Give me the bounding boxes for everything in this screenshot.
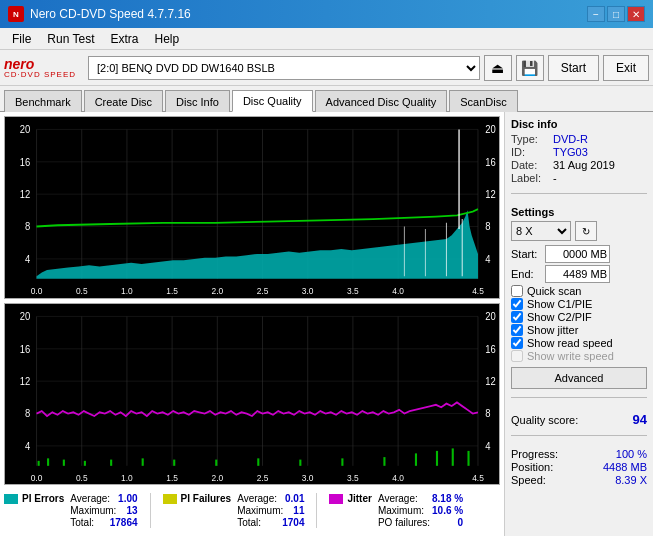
divider-2 <box>511 397 647 398</box>
end-input[interactable] <box>545 265 610 283</box>
menu-help[interactable]: Help <box>147 30 188 48</box>
jitter-avg-label: Average: <box>378 493 418 504</box>
start-row: Start: <box>511 245 647 263</box>
minimize-button[interactable]: − <box>587 6 605 22</box>
svg-text:1.0: 1.0 <box>121 285 133 296</box>
save-button[interactable]: 💾 <box>516 55 544 81</box>
jitter-max-label: Maximum: <box>378 505 424 516</box>
svg-text:4.0: 4.0 <box>392 285 404 296</box>
menu-run-test[interactable]: Run Test <box>39 30 102 48</box>
svg-text:12: 12 <box>20 375 31 387</box>
close-button[interactable]: ✕ <box>627 6 645 22</box>
settings-section: Settings 8 X Max 2 X 4 X 6 X 12 X 16 X ↻… <box>511 206 647 389</box>
stat-pi-errors: PI Errors Average: 1.00 Maximum: 13 Tota… <box>4 493 138 528</box>
svg-rect-80 <box>84 460 86 465</box>
pi-errors-total-label: Total: <box>70 517 94 528</box>
disc-id-value: TYG03 <box>553 146 588 158</box>
start-button[interactable]: Start <box>548 55 599 81</box>
svg-text:12: 12 <box>485 375 496 387</box>
disc-label-row: Label: - <box>511 172 647 184</box>
menu-extra[interactable]: Extra <box>102 30 146 48</box>
pi-failures-total-label: Total: <box>237 517 261 528</box>
refresh-button[interactable]: ↻ <box>575 221 597 241</box>
drive-selector[interactable]: [2:0] BENQ DVD DD DW1640 BSLB <box>88 56 480 80</box>
svg-rect-86 <box>299 459 301 465</box>
jitter-po-value: 0 <box>458 517 464 528</box>
pi-errors-legend <box>4 494 18 504</box>
tab-advanced-disc-quality[interactable]: Advanced Disc Quality <box>315 90 448 112</box>
disc-label-value: - <box>553 172 557 184</box>
jitter-avg-value: 8.18 % <box>432 493 463 504</box>
charts-area: 20 16 12 8 4 20 16 12 8 4 0.0 0.5 1.0 1.… <box>0 112 505 536</box>
pi-errors-avg-label: Average: <box>70 493 110 504</box>
disc-info-title: Disc info <box>511 118 647 130</box>
jitter-po-label: PO failures: <box>378 517 430 528</box>
svg-text:3.5: 3.5 <box>347 472 359 483</box>
svg-rect-81 <box>110 459 112 465</box>
show-read-speed-row: Show read speed <box>511 337 647 349</box>
stat-jitter: Jitter Average: 8.18 % Maximum: 10.6 % P… <box>329 493 463 528</box>
svg-text:16: 16 <box>20 342 31 354</box>
progress-value: 100 % <box>616 448 647 460</box>
quick-scan-row: Quick scan <box>511 285 647 297</box>
window-controls: − □ ✕ <box>587 6 645 22</box>
exit-button[interactable]: Exit <box>603 55 649 81</box>
tab-benchmark[interactable]: Benchmark <box>4 90 82 112</box>
svg-rect-90 <box>436 450 438 465</box>
advanced-button[interactable]: Advanced <box>511 367 647 389</box>
position-label: Position: <box>511 461 553 473</box>
settings-title: Settings <box>511 206 647 218</box>
svg-text:1.5: 1.5 <box>166 285 178 296</box>
svg-text:20: 20 <box>485 123 496 135</box>
position-value: 4488 MB <box>603 461 647 473</box>
quality-score-label: Quality score: <box>511 414 578 426</box>
svg-text:20: 20 <box>20 123 31 135</box>
chart-top: 20 16 12 8 4 20 16 12 8 4 0.0 0.5 1.0 1.… <box>4 116 500 299</box>
jitter-label: Jitter <box>347 493 371 504</box>
disc-type-row: Type: DVD-R <box>511 133 647 145</box>
svg-text:1.5: 1.5 <box>166 472 178 483</box>
eject-button[interactable]: ⏏ <box>484 55 512 81</box>
menu-file[interactable]: File <box>4 30 39 48</box>
svg-text:4: 4 <box>25 439 30 451</box>
toolbar: nero CD·DVD SPEED [2:0] BENQ DVD DD DW16… <box>0 50 653 86</box>
show-jitter-checkbox[interactable] <box>511 324 523 336</box>
svg-text:2.5: 2.5 <box>257 472 269 483</box>
show-c2-pif-checkbox[interactable] <box>511 311 523 323</box>
tab-scan-disc[interactable]: ScanDisc <box>449 90 517 112</box>
show-write-speed-checkbox[interactable] <box>511 350 523 362</box>
disc-type-label: Type: <box>511 133 549 145</box>
tab-create-disc[interactable]: Create Disc <box>84 90 163 112</box>
tab-disc-info[interactable]: Disc Info <box>165 90 230 112</box>
svg-rect-92 <box>467 450 469 465</box>
maximize-button[interactable]: □ <box>607 6 625 22</box>
svg-text:4: 4 <box>25 253 30 265</box>
start-input[interactable] <box>545 245 610 263</box>
pi-errors-total-value: 17864 <box>110 517 138 528</box>
tab-disc-quality[interactable]: Disc Quality <box>232 90 313 112</box>
quality-score-value: 94 <box>633 412 647 427</box>
svg-text:8: 8 <box>25 407 30 419</box>
pi-failures-total-value: 1704 <box>282 517 304 528</box>
start-label: Start: <box>511 248 541 260</box>
show-jitter-row: Show jitter <box>511 324 647 336</box>
svg-text:0.5: 0.5 <box>76 285 88 296</box>
speed-selector[interactable]: 8 X Max 2 X 4 X 6 X 12 X 16 X <box>511 221 571 241</box>
quick-scan-checkbox[interactable] <box>511 285 523 297</box>
pi-failures-label: PI Failures <box>181 493 232 504</box>
speed-label: Speed: <box>511 474 546 486</box>
show-read-speed-checkbox[interactable] <box>511 337 523 349</box>
nero-logo-subtitle: CD·DVD SPEED <box>4 71 76 79</box>
show-c1-pie-checkbox[interactable] <box>511 298 523 310</box>
chart-bottom: 20 16 12 8 4 20 16 12 8 4 0.0 0.5 1.0 1.… <box>4 303 500 486</box>
svg-text:0.5: 0.5 <box>76 472 88 483</box>
svg-text:1.0: 1.0 <box>121 472 133 483</box>
svg-rect-87 <box>341 458 343 465</box>
svg-rect-91 <box>452 448 454 465</box>
pi-failures-max-label: Maximum: <box>237 505 283 516</box>
main-content: 20 16 12 8 4 20 16 12 8 4 0.0 0.5 1.0 1.… <box>0 112 653 536</box>
svg-rect-89 <box>415 453 417 465</box>
end-label: End: <box>511 268 541 280</box>
svg-rect-78 <box>47 458 49 465</box>
app-title: Nero CD-DVD Speed 4.7.7.16 <box>30 7 191 21</box>
